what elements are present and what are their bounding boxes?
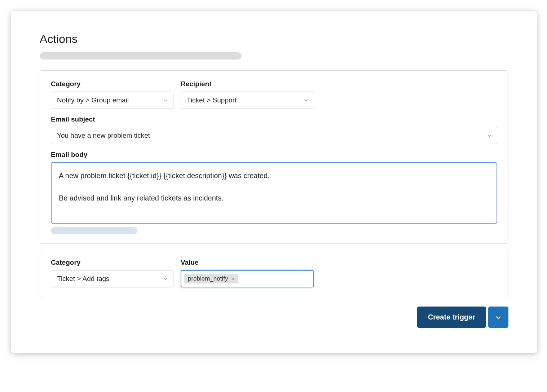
chevron-down-icon	[163, 98, 168, 103]
category-label-2: Category	[51, 259, 173, 267]
action-card-notify: Category Notify by > Group email Recipie…	[40, 70, 508, 244]
email-body-label: Email body	[51, 151, 497, 159]
value-label: Value	[181, 259, 314, 267]
email-subject-select[interactable]: You have a new problem ticket	[51, 127, 497, 144]
email-subject-label: Email subject	[51, 115, 497, 123]
footer-buttons: Create trigger	[40, 307, 508, 328]
chevron-down-icon	[495, 314, 502, 321]
subtitle-placeholder	[40, 52, 242, 60]
action-card-tags: Category Ticket > Add tags Value problem…	[40, 249, 508, 297]
field-value: Value problem_notify	[181, 259, 314, 287]
chevron-down-icon	[163, 276, 168, 281]
field-category-2: Category Ticket > Add tags	[51, 259, 173, 287]
field-email-subject: Email subject You have a new problem tic…	[51, 115, 497, 144]
field-email-body: Email body A new problem ticket {{ticket…	[51, 151, 497, 234]
create-trigger-button[interactable]: Create trigger	[417, 307, 486, 328]
chevron-down-icon	[304, 98, 309, 103]
email-subject-value: You have a new problem ticket	[57, 132, 150, 140]
field-recipient: Recipient Ticket > Support	[181, 80, 314, 109]
actions-panel: Actions Category Notify by > Group email…	[11, 11, 537, 353]
tag-chip-label: problem_notify	[188, 275, 228, 282]
email-body-textarea[interactable]: A new problem ticket {{ticket.id}} {{tic…	[51, 162, 497, 224]
tag-remove-icon[interactable]	[230, 276, 235, 281]
tag-chip: problem_notify	[184, 274, 238, 283]
field-category: Category Notify by > Group email	[51, 80, 173, 109]
recipient-select-value: Ticket > Support	[187, 96, 237, 104]
recipient-label: Recipient	[181, 80, 314, 88]
chevron-down-icon	[487, 133, 492, 138]
category-label: Category	[51, 80, 173, 88]
category-select[interactable]: Notify by > Group email	[51, 92, 173, 109]
category-select-2[interactable]: Ticket > Add tags	[51, 270, 173, 287]
tags-input[interactable]: problem_notify	[181, 270, 314, 287]
page-title: Actions	[40, 32, 508, 46]
category-select-value-2: Ticket > Add tags	[57, 275, 110, 283]
recipient-select[interactable]: Ticket > Support	[181, 92, 314, 109]
create-trigger-dropdown-button[interactable]	[488, 307, 508, 328]
category-select-value: Notify by > Group email	[57, 96, 129, 104]
body-helper-placeholder	[51, 227, 137, 234]
